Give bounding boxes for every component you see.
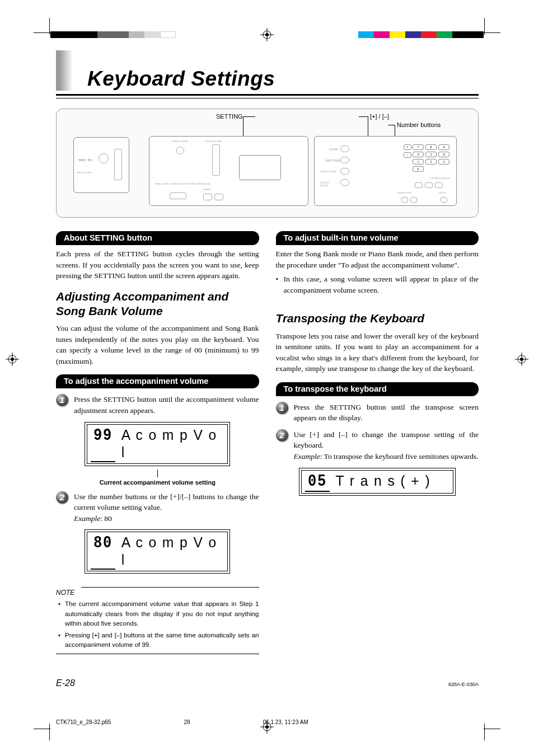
bw-calibration-bar: [50, 31, 176, 38]
label-number-buttons: Number buttons: [397, 121, 441, 128]
title-tab-decoration: [56, 50, 79, 91]
transpose-text: Transpose lets you raise and lower the o…: [276, 331, 479, 374]
note-heading: NOTE: [56, 588, 74, 597]
heading-to-transpose-the-keyboard: To transpose the keyboard: [276, 382, 479, 396]
step-1: 1 Press the SETTING button until the acc…: [56, 394, 259, 416]
page: Keyboard Settings SETTING [+] / [–] Numb…: [56, 50, 479, 688]
builtin-text: Enter the Song Bank mode or Piano Bank m…: [276, 248, 479, 270]
page-title-block: Keyboard Settings: [56, 50, 479, 98]
step-number-icon: 2: [56, 491, 68, 504]
left-column: About SETTING button Each press of the S…: [56, 231, 259, 654]
svg-point-15: [265, 725, 269, 729]
step-number-icon: 2: [276, 429, 288, 442]
page-title: Keyboard Settings: [87, 67, 479, 94]
label-plus-minus: [+] / [–]: [370, 113, 389, 120]
mic-panel: MIC IN MIC VOLUME: [73, 137, 129, 193]
crop-marks-bottom: [0, 717, 534, 734]
transpose-step-1: 1 Press the SETTING button until the tra…: [276, 402, 479, 424]
svg-point-3: [265, 33, 269, 36]
svg-point-11: [520, 358, 523, 361]
page-number: E-28: [56, 678, 75, 688]
registration-mark-top: [260, 28, 274, 41]
keyboard-panel-diagram: SETTING [+] / [–] Number buttons MIC IN …: [56, 109, 479, 218]
document-code: 628A-E-030A: [448, 682, 479, 687]
builtin-bullet-list: In this case, a song volume screen will …: [276, 274, 479, 295]
svg-point-7: [11, 358, 14, 361]
registration-mark-left: [6, 353, 19, 366]
color-calibration-bar: [358, 31, 484, 38]
note-list: The current accompaniment volume value t…: [56, 599, 259, 650]
lcd-display-trans-05: 05 T r a n s ( + ): [299, 468, 456, 496]
step-number-icon: 1: [276, 402, 288, 414]
registration-mark-right: [515, 353, 528, 366]
right-column: To adjust built-in tune volume Enter the…: [276, 231, 479, 654]
main-control-panel: POWER / MODE MAIN VOLUME SONG BANK / PIA…: [149, 136, 308, 206]
tone-buttons-panel: TONE RHYTHM SONG BANK PIANO BANK + – 7 8…: [314, 136, 457, 206]
plus-minus-buttons: + –: [404, 144, 411, 158]
step-2: 2 Use the number buttons or the [+]/[–] …: [56, 491, 259, 524]
lcd-screen-diagram: [239, 155, 281, 180]
heading-to-adjust-builtin-tune-volume: To adjust built-in tune volume: [276, 231, 479, 245]
heading-about-setting: About SETTING button: [56, 231, 259, 245]
registration-mark-bottom: [260, 720, 274, 734]
heading-transposing-the-keyboard: Transposing the Keyboard: [276, 311, 479, 326]
crop-marks-top: [0, 22, 534, 39]
adjust-accompaniment-text: You can adjust the volume of the accompa…: [56, 323, 259, 367]
lcd-display-acompvol-99: 99 A c o m p V o l: [85, 422, 230, 466]
page-footer: E-28 628A-E-030A: [56, 678, 479, 688]
heading-to-adjust-accompaniment-volume: To adjust the accompaniment volume: [56, 374, 259, 388]
label-setting: SETTING: [216, 113, 243, 120]
heading-adjust-accompaniment: Adjusting Accompaniment and Song Bank Vo…: [56, 289, 259, 319]
lcd-display-acompvol-80: 80 A c o m p V o l: [85, 529, 230, 574]
transpose-step-2: 2 Use [+] and [–] to change the transpos…: [276, 429, 479, 462]
lcd-caption: Current accompaniment volume setting: [56, 479, 259, 486]
step-number-icon: 1: [56, 394, 68, 406]
number-keypad: 7 8 9 4 5 6 1 2 3 0: [413, 144, 449, 172]
about-setting-text: Each press of the SETTING button cycles …: [56, 248, 259, 281]
